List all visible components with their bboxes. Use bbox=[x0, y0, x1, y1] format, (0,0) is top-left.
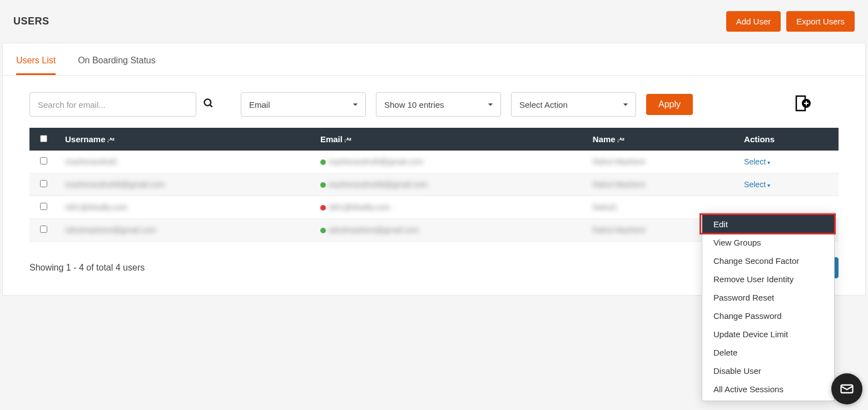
cell-username: rd01@idsafty.com bbox=[65, 203, 127, 212]
menu-item-update-device-limit[interactable]: Update Device Limit bbox=[702, 325, 834, 343]
cell-name: Rahul1 bbox=[593, 203, 617, 212]
status-dot-icon bbox=[320, 159, 326, 165]
export-users-button[interactable]: Export Users bbox=[786, 11, 855, 32]
row-actions-dropdown: Edit View Groups Change Second Factor Re… bbox=[702, 212, 835, 401]
row-action-select[interactable]: Select bbox=[744, 157, 770, 166]
header-bar: USERS Add User Export Users bbox=[0, 0, 868, 43]
cell-email: rahulmashere@gmail.com bbox=[328, 226, 419, 234]
sort-icon: ↓ᴬᶻ bbox=[107, 137, 115, 143]
header-actions: Add User Export Users bbox=[726, 11, 855, 32]
sort-icon: ↓ᴬᶻ bbox=[617, 137, 625, 143]
bulk-action-select[interactable]: Select Action bbox=[511, 92, 636, 117]
menu-item-view-groups[interactable]: View Groups bbox=[702, 233, 834, 252]
sort-icon: ↓ᴬᶻ bbox=[344, 137, 352, 143]
tab-users-list[interactable]: Users List bbox=[16, 43, 56, 75]
svg-point-0 bbox=[205, 99, 211, 106]
search-wrap bbox=[29, 92, 231, 117]
status-dot-icon bbox=[320, 228, 326, 233]
col-email[interactable]: Email↓ᴬᶻ bbox=[313, 128, 585, 151]
svg-line-1 bbox=[210, 104, 212, 107]
cell-email: rd01@idsafty.com bbox=[328, 203, 390, 212]
row-action-select[interactable]: Select bbox=[744, 180, 770, 189]
row-checkbox[interactable] bbox=[40, 203, 47, 210]
chat-fab[interactable] bbox=[831, 373, 862, 404]
menu-item-delete[interactable]: Delete bbox=[702, 343, 834, 362]
menu-item-password-reset[interactable]: Password Reset bbox=[702, 288, 834, 307]
search-input[interactable] bbox=[29, 92, 196, 117]
tabs: Users List On Boarding Status bbox=[3, 43, 865, 76]
menu-item-change-password[interactable]: Change Password bbox=[702, 307, 834, 325]
filter-type-select[interactable]: Email bbox=[241, 92, 366, 117]
cell-username: masherarahul48@gmail.com bbox=[65, 180, 165, 189]
row-checkbox[interactable] bbox=[40, 157, 47, 164]
search-icon[interactable] bbox=[203, 98, 214, 112]
menu-item-edit[interactable]: Edit bbox=[702, 215, 834, 233]
status-dot-icon bbox=[320, 182, 326, 188]
cell-username: masherarahul0 bbox=[65, 157, 117, 166]
tab-onboarding-status[interactable]: On Boarding Status bbox=[78, 43, 156, 75]
entries-select[interactable]: Show 10 entries bbox=[376, 92, 501, 117]
table-row: masherarahul48@gmail.com masherarahul48@… bbox=[29, 173, 839, 196]
menu-item-all-active-sessions[interactable]: All Active Sessions bbox=[702, 380, 834, 398]
col-actions: Actions bbox=[736, 128, 839, 151]
status-dot-icon bbox=[320, 205, 326, 211]
col-name[interactable]: Name↓ᴬᶻ bbox=[585, 128, 736, 151]
menu-item-remove-user-identity[interactable]: Remove User Identity bbox=[702, 270, 834, 288]
cell-name: Rahul Mashere bbox=[593, 157, 646, 166]
page-title: USERS bbox=[13, 16, 49, 27]
table-row: masherarahul0 masherarahul0@gmail.com Ra… bbox=[29, 151, 839, 173]
add-document-icon[interactable] bbox=[792, 94, 811, 115]
cell-name: Rahul Mashere bbox=[593, 226, 646, 234]
row-checkbox[interactable] bbox=[40, 226, 47, 233]
controls-row: Email Show 10 entries Select Action Appl… bbox=[3, 76, 865, 128]
showing-text: Showing 1 - 4 of total 4 users bbox=[29, 263, 145, 273]
cell-username: rahulmashere@gmail.com bbox=[65, 226, 156, 234]
cell-email: masherarahul0@gmail.com bbox=[328, 157, 423, 166]
mail-icon bbox=[839, 381, 855, 397]
menu-item-change-second-factor[interactable]: Change Second Factor bbox=[702, 252, 834, 270]
add-user-button[interactable]: Add User bbox=[726, 11, 781, 32]
row-checkbox[interactable] bbox=[40, 180, 47, 187]
cell-name: Rahul Mashere bbox=[593, 180, 646, 189]
select-all-checkbox[interactable] bbox=[40, 135, 47, 142]
apply-button[interactable]: Apply bbox=[646, 94, 693, 115]
menu-item-disable-user[interactable]: Disable User bbox=[702, 362, 834, 380]
cell-email: masherarahul48@gmail.com bbox=[328, 180, 428, 189]
col-username[interactable]: Username↓ᴬᶻ bbox=[57, 128, 313, 151]
